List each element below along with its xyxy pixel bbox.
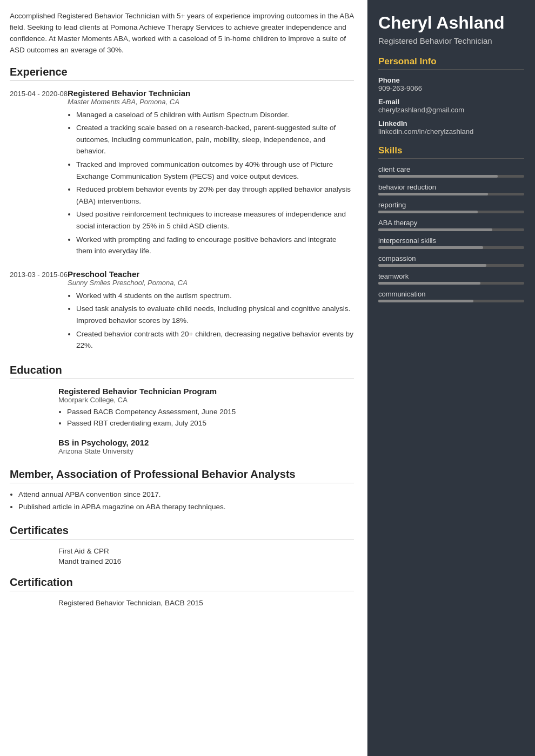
skill-bar-background [378,264,524,267]
edu-bullet: Passed BACB Competency Assessment, June … [67,406,236,418]
skill-bar-background [378,228,524,231]
email-label: E-mail [378,98,524,106]
exp-bullet: Created behavior contracts with 20+ chil… [76,328,354,352]
edu-title: Registered Behavior Technician Program [58,387,236,396]
exp-org: Master Moments ABA, Pomona, CA [68,98,354,106]
certification-value: Registered Behavior Technician, BACB 201… [10,599,354,607]
exp-bullet: Worked with prompting and fading to enco… [76,234,354,257]
education-list: Registered Behavior Technician ProgramMo… [10,387,354,457]
certificate-item: First Aid & CPR [10,547,354,555]
skill-item: compassion [378,254,524,267]
phone-label: Phone [378,76,524,84]
candidate-name: Cheryl Ashland [378,13,524,33]
exp-bullets: Worked with 4 students on the autism spe… [68,290,354,352]
member-bullets-list: Attend annual APBA convention since 2017… [10,489,354,514]
skill-bar-fill [378,282,480,285]
experience-list: 2015-04 - 2020-08Registered Behavior Tec… [10,89,354,353]
skills-heading: Skills [378,145,524,159]
education-entry: BS in Psychology, 2012Arizona State Univ… [10,438,354,457]
skill-bar-background [378,282,524,285]
edu-bullets: Passed BACB Competency Assessment, June … [58,406,236,429]
exp-org: Sunny Smiles Preschool, Pomona, CA [68,279,354,287]
experience-entry: 2015-04 - 2020-08Registered Behavior Tec… [10,89,354,259]
exp-content: Preschool TeacherSunny Smiles Preschool,… [68,269,354,353]
skill-bar-fill [378,264,486,267]
certificate-item: Mandt trained 2016 [10,557,354,565]
education-section: Education Registered Behavior Technician… [10,364,354,457]
exp-bullet: Reduced problem behavior events by 20% p… [76,184,354,207]
experience-section: Experience 2015-04 - 2020-08Registered B… [10,66,354,353]
certification-heading: Certification [10,576,354,591]
skill-item: communication [378,290,524,302]
right-column: Cheryl Ashland Registered Behavior Techn… [367,0,535,756]
phone-value: 909-263-9066 [378,84,524,92]
edu-bullet: Passed RBT credentialing exam, July 2015 [67,417,236,429]
skill-name: teamwork [378,272,524,280]
skill-bar-fill [378,300,473,302]
exp-bullet: Managed a caseload of 5 children with Au… [76,109,354,121]
personal-info-heading: Personal Info [378,56,524,70]
skill-name: ABA therapy [378,219,524,227]
exp-title: Registered Behavior Technician [68,89,354,98]
exp-content: Registered Behavior TechnicianMaster Mom… [68,89,354,259]
member-heading: Member, Association of Professional Beha… [10,468,354,483]
edu-org: Arizona State University [58,447,149,455]
left-column: Accomplished Registered Behavior Technic… [0,0,367,756]
linkedin-block: LinkedIn linkedin.com/in/cherylzashland [378,119,524,136]
experience-heading: Experience [10,66,354,81]
skill-item: ABA therapy [378,219,524,231]
email-block: E-mail cherylzashland@gmail.com [378,98,524,114]
exp-bullet: Used positive reinforcement techniques t… [76,208,354,232]
skill-bar-background [378,211,524,213]
skill-name: reporting [378,201,524,209]
skill-item: interpersonal skills [378,237,524,249]
member-bullet: Attend annual APBA convention since 2017… [18,489,354,501]
member-section: Member, Association of Professional Beha… [10,468,354,514]
exp-bullet: Created a tracking scale based on a rese… [76,122,354,157]
certificates-list: First Aid & CPRMandt trained 2016 [10,547,354,565]
skill-bar-fill [378,246,483,249]
email-value: cherylzashland@gmail.com [378,106,524,114]
exp-dates: 2013-03 - 2015-06 [10,269,68,353]
skill-bar-background [378,193,524,195]
edu-org: Moorpark College, CA [58,396,236,404]
skill-bar-fill [378,193,488,195]
summary-text: Accomplished Registered Behavior Technic… [10,11,354,56]
skill-name: client care [378,165,524,173]
edu-content: BS in Psychology, 2012Arizona State Univ… [58,438,149,457]
skill-item: teamwork [378,272,524,285]
skill-bar-fill [378,211,478,213]
linkedin-label: LinkedIn [378,119,524,127]
member-bullet: Published article in APBA magazine on AB… [18,501,354,514]
skill-bar-fill [378,228,492,231]
skill-name: interpersonal skills [378,237,524,245]
skill-name: compassion [378,254,524,262]
candidate-job-title: Registered Behavior Technician [378,36,524,45]
skill-name: communication [378,290,524,298]
experience-entry: 2013-03 - 2015-06Preschool TeacherSunny … [10,269,354,353]
exp-dates: 2015-04 - 2020-08 [10,89,68,259]
skills-list: client carebehavior reductionreportingAB… [378,165,524,302]
edu-title: BS in Psychology, 2012 [58,438,149,447]
skill-bar-fill [378,175,498,178]
linkedin-value: linkedin.com/in/cherylzashland [378,127,524,136]
exp-bullet: Tracked and improved communication outco… [76,159,354,182]
skill-item: client care [378,165,524,178]
exp-bullet: Worked with 4 students on the autism spe… [76,290,354,302]
skills-section: Skills client carebehavior reductionrepo… [378,145,524,302]
exp-title: Preschool Teacher [68,269,354,279]
skill-item: behavior reduction [378,183,524,195]
phone-block: Phone 909-263-9066 [378,76,524,92]
skill-bar-background [378,175,524,178]
edu-content: Registered Behavior Technician ProgramMo… [58,387,236,429]
exp-bullets: Managed a caseload of 5 children with Au… [68,109,354,257]
skill-item: reporting [378,201,524,213]
skill-bar-background [378,246,524,249]
certification-section: Certification Registered Behavior Techni… [10,576,354,607]
certificates-section: Certificates First Aid & CPRMandt traine… [10,524,354,565]
education-entry: Registered Behavior Technician ProgramMo… [10,387,354,429]
skill-bar-background [378,300,524,302]
certificates-heading: Certificates [10,524,354,539]
exp-bullet: Used task analysis to evaluate child nee… [76,303,354,326]
skill-name: behavior reduction [378,183,524,191]
